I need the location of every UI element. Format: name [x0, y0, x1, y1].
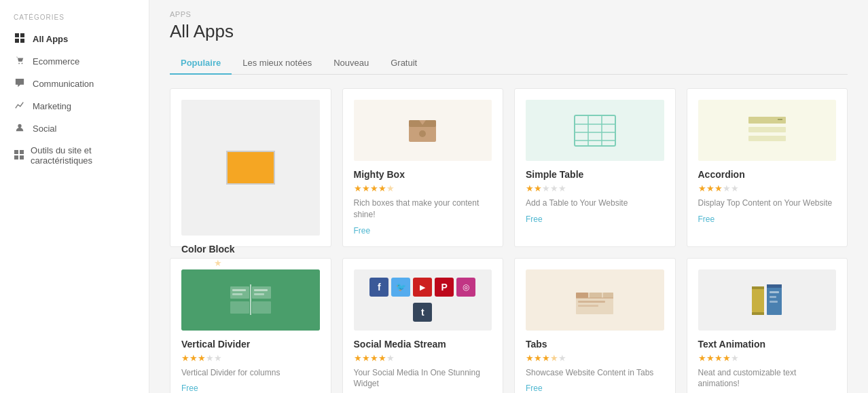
- page-title: All Apps: [170, 21, 848, 42]
- sidebar-item-label: Social: [33, 124, 56, 134]
- svg-rect-45: [770, 291, 779, 293]
- apps-grid-row2: Vertical Divider ★ ★ ★ ★ ★ Vertical Divi…: [170, 258, 848, 393]
- app-name: Color Block: [181, 244, 320, 255]
- tab-populaire[interactable]: Populaire: [170, 52, 232, 75]
- app-image-accordion: [698, 100, 837, 161]
- app-name: Text Animation: [698, 339, 837, 350]
- tabs-bar: Populaire Les mieux notées Nouveau Gratu…: [170, 52, 848, 75]
- svg-point-4: [18, 63, 20, 64]
- star-5: ★: [386, 353, 395, 363]
- star-4: ★: [723, 353, 731, 363]
- star-1: ★: [354, 183, 362, 193]
- sidebar-item-social[interactable]: Social: [0, 117, 149, 140]
- app-card-simple-table[interactable]: Simple Table ★ ★ ★ ★ ★ Add a Table to Yo…: [514, 88, 676, 247]
- svg-rect-36: [603, 293, 613, 298]
- svg-rect-14: [575, 115, 615, 146]
- app-card-text-animation[interactable]: Text Animation ★ ★ ★ ★ ★ Neat and custom…: [687, 258, 848, 393]
- svg-rect-27: [252, 301, 271, 314]
- svg-rect-38: [578, 301, 605, 303]
- app-card-social-media-stream[interactable]: f 🐦 ▶ P ◎ t Social Media Stream ★ ★ ★: [342, 258, 504, 393]
- svg-rect-22: [748, 136, 786, 141]
- app-stars: ★ ★ ★ ★ ★: [526, 353, 664, 363]
- sidebar-item-communication[interactable]: Communication: [0, 73, 149, 95]
- app-price: Free: [526, 383, 664, 393]
- app-card-tabs[interactable]: Tabs ★ ★ ★ ★ ★ Showcase Website Content …: [514, 258, 676, 393]
- star-2: ★: [706, 353, 715, 363]
- app-image-social-media: f 🐦 ▶ P ◎ t: [354, 269, 492, 331]
- app-description: Your Social Media In One Stunning Widget: [354, 367, 492, 390]
- app-description: Showcase Website Content in Tabs: [526, 367, 664, 379]
- app-stars: ★ ★ ★ ★ ★: [698, 183, 837, 193]
- star-2: ★: [189, 353, 198, 363]
- app-price: Free: [181, 383, 320, 393]
- svg-rect-9: [14, 155, 18, 160]
- app-price: Free: [526, 214, 664, 224]
- app-image-tabs: [526, 269, 664, 331]
- svg-rect-25: [252, 286, 271, 299]
- app-card-color-block[interactable]: Color Block ★ ★ ★ ★ ★ Float your content…: [170, 88, 331, 247]
- svg-rect-47: [770, 301, 778, 303]
- app-image-vertical-divider: [181, 269, 320, 331]
- tab-nouveau[interactable]: Nouveau: [323, 52, 380, 75]
- svg-rect-8: [20, 150, 24, 154]
- star-5: ★: [558, 353, 566, 363]
- app-card-mighty-box[interactable]: Mighty Box ★ ★ ★ ★ ★ Rich boxes that mak…: [342, 88, 504, 247]
- breadcrumb: APPS: [170, 10, 848, 18]
- app-stars: ★ ★ ★ ★ ★: [354, 353, 492, 363]
- svg-rect-40: [752, 286, 764, 312]
- app-name: Tabs: [526, 339, 664, 350]
- svg-rect-3: [20, 39, 24, 43]
- app-image-color-block: [181, 100, 320, 236]
- star-3: ★: [370, 353, 378, 363]
- app-price: Free: [698, 214, 837, 224]
- app-description: Rich boxes that make your content shine!: [354, 198, 492, 221]
- app-card-accordion[interactable]: Accordion ★ ★ ★ ★ ★ Display Top Content …: [687, 88, 848, 247]
- star-5: ★: [731, 353, 739, 363]
- app-image-simple-table: [526, 100, 664, 161]
- tab-gratuit[interactable]: Gratuit: [380, 52, 428, 75]
- svg-rect-29: [232, 289, 246, 291]
- svg-rect-1: [20, 33, 24, 37]
- star-3: ★: [370, 183, 378, 193]
- star-1: ★: [526, 353, 534, 363]
- sidebar-item-label: Outils du site et caractéristiques: [31, 145, 135, 166]
- svg-rect-2: [15, 39, 19, 43]
- svg-rect-21: [748, 127, 786, 132]
- star-4: ★: [378, 353, 386, 363]
- svg-rect-44: [767, 284, 782, 288]
- app-name: Simple Table: [526, 169, 664, 180]
- star-1: ★: [698, 183, 706, 193]
- star-1: ★: [698, 353, 706, 363]
- star-2: ★: [706, 183, 715, 193]
- star-5: ★: [386, 183, 395, 193]
- sidebar: CATÉGORIES All Apps Ecommerce Communicat…: [0, 0, 149, 393]
- social-icon: [14, 123, 26, 134]
- app-description: Neat and customizable text animations!: [698, 367, 837, 390]
- app-description: Vertical Divider for columns: [181, 367, 320, 379]
- star-3: ★: [542, 183, 550, 193]
- star-2: ★: [362, 183, 370, 193]
- star-4: ★: [723, 183, 731, 193]
- svg-rect-31: [254, 289, 268, 291]
- chart-icon: [14, 100, 26, 112]
- svg-rect-26: [230, 301, 249, 314]
- app-stars: ★ ★ ★ ★ ★: [698, 353, 837, 363]
- svg-rect-7: [14, 150, 18, 154]
- app-name: Accordion: [698, 169, 837, 180]
- tab-mieux-notees[interactable]: Les mieux notées: [232, 52, 323, 75]
- svg-rect-34: [576, 293, 588, 298]
- sidebar-item-ecommerce[interactable]: Ecommerce: [0, 50, 149, 73]
- app-stars: ★ ★ ★ ★ ★: [354, 183, 492, 193]
- sidebar-item-outils[interactable]: Outils du site et caractéristiques: [0, 140, 149, 171]
- svg-rect-10: [20, 155, 24, 160]
- sidebar-item-marketing[interactable]: Marketing: [0, 95, 149, 117]
- app-name: Vertical Divider: [181, 339, 320, 350]
- star-5: ★: [214, 258, 222, 268]
- star-4: ★: [550, 183, 558, 193]
- svg-rect-39: [578, 305, 598, 307]
- sidebar-item-all-apps[interactable]: All Apps: [0, 28, 149, 50]
- star-2: ★: [362, 353, 370, 363]
- cart-icon: [14, 56, 26, 67]
- svg-rect-43: [767, 284, 782, 315]
- app-card-vertical-divider[interactable]: Vertical Divider ★ ★ ★ ★ ★ Vertical Divi…: [170, 258, 331, 393]
